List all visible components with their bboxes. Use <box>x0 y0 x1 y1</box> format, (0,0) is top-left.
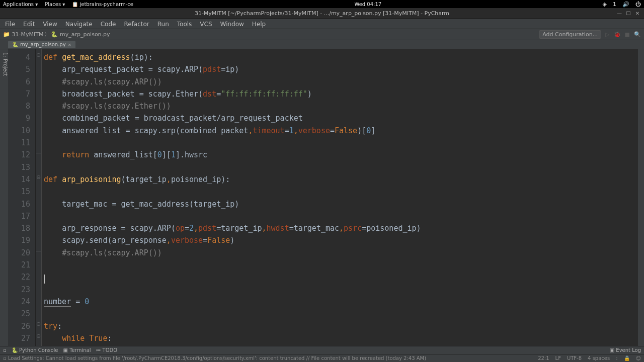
bottom-tool-bar: ▫ 🐍 Python Console ▣ Terminal ≔ TODO ▣ E… <box>0 346 644 354</box>
places-menu[interactable]: Places ▾ <box>45 2 65 7</box>
fold-gutter[interactable]: ⊖—⊖—⊖⊖ <box>36 49 42 346</box>
debug-button[interactable]: 🐞 <box>614 31 621 38</box>
status-indent[interactable]: 4 spaces <box>588 355 610 361</box>
event-log-tab[interactable]: ▣ Event Log <box>610 347 641 353</box>
line-numbers[interactable]: 4567891011121314151617181920212223242526… <box>8 49 36 346</box>
python-console-tab[interactable]: 🐍 Python Console <box>12 347 58 353</box>
gnome-top-panel: Applications ▾ Places ▾ 📋 jetbrains-pych… <box>0 0 644 8</box>
menu-code[interactable]: Code <box>99 20 118 29</box>
close-tab-icon[interactable]: × <box>68 42 72 47</box>
add-configuration-button[interactable]: Add Configuration... <box>539 30 601 39</box>
maximize-button[interactable]: ☐ <box>625 10 632 17</box>
breadcrumb-project[interactable]: 📁 31-MyMITM <box>3 31 43 38</box>
search-icon[interactable]: 🔍 <box>634 31 641 38</box>
tray-icon[interactable]: 🔊 <box>622 1 629 8</box>
menu-navigate[interactable]: Navigate <box>63 20 95 29</box>
git-branch-icon[interactable]: 🔒 <box>624 355 630 361</box>
tray-icon[interactable]: ⏻ <box>635 1 641 8</box>
menu-vcs[interactable]: VCS <box>198 20 214 29</box>
window-title: 31-MyMITM [~/PycharmProjects/31-MyMITM] … <box>195 10 449 17</box>
clock[interactable]: Wed 04:17 <box>133 2 603 7</box>
close-button[interactable]: ✕ <box>634 10 641 17</box>
tray-icon[interactable]: 1 <box>613 1 616 8</box>
scrollbar[interactable] <box>638 49 644 346</box>
hector-icon[interactable]: ☺ <box>636 355 641 361</box>
minimize-button[interactable]: — <box>616 10 623 17</box>
todo-tab[interactable]: ≔ TODO <box>96 347 117 353</box>
status-bar: ▫ Load Settings: Cannot load settings fr… <box>0 354 644 362</box>
left-tool-stripe[interactable]: 1: Project <box>0 49 8 346</box>
menu-view[interactable]: View <box>41 20 59 29</box>
tray-icon[interactable]: ◈ <box>603 1 607 8</box>
status-message: ▫ Load Settings: Cannot load settings fr… <box>3 355 426 361</box>
status-loc[interactable]: 22:1 <box>538 355 549 361</box>
menu-window[interactable]: Window <box>218 20 246 29</box>
menu-refactor[interactable]: Refactor <box>122 20 151 29</box>
code-area[interactable]: def get_mac_address(ip): arp_request_pac… <box>42 49 638 346</box>
menu-file[interactable]: File <box>3 20 17 29</box>
running-app[interactable]: 📋 jetbrains-pycharm-ce <box>72 2 133 7</box>
status-encoding[interactable]: UTF-8 <box>567 355 582 361</box>
window-titlebar[interactable]: 31-MyMITM [~/PycharmProjects/31-MyMITM] … <box>0 8 644 19</box>
editor: 1: Project 45678910111213141516171819202… <box>0 49 644 346</box>
nav-bar: 📁 31-MyMITM 〉 🐍 my_arp_poison.py Add Con… <box>0 29 644 40</box>
run-button[interactable]: ▷ <box>605 31 609 38</box>
terminal-tab[interactable]: ▣ Terminal <box>63 347 91 353</box>
status-lineending[interactable]: LF <box>555 355 561 361</box>
breadcrumb-file[interactable]: 🐍 my_arp_poison.py <box>51 31 110 38</box>
stop-button[interactable]: ■ <box>625 31 630 38</box>
menu-tools[interactable]: Tools <box>175 20 194 29</box>
menu-edit[interactable]: Edit <box>21 20 37 29</box>
editor-tab[interactable]: 🐍 my_arp_poison.py × <box>8 41 75 48</box>
bottom-run-icon[interactable]: ▫ <box>3 347 7 353</box>
python-icon: 🐍 <box>12 42 18 47</box>
editor-tab-bar: 🐍 my_arp_poison.py × <box>0 40 644 49</box>
menu-help[interactable]: Help <box>250 20 268 29</box>
menu-bar: File Edit View Navigate Code Refactor Ru… <box>0 19 644 29</box>
tab-label: my_arp_poison.py <box>20 42 66 47</box>
applications-menu[interactable]: Applications ▾ <box>3 2 38 7</box>
menu-run[interactable]: Run <box>155 20 171 29</box>
tray-icons[interactable]: ◈ 1 🔊 ⏻ <box>603 1 641 8</box>
